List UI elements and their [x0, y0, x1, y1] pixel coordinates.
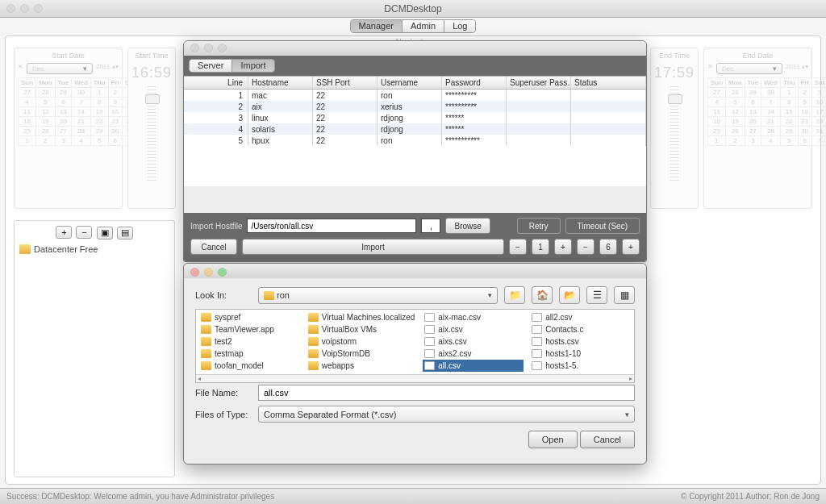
close-icon[interactable]: ✕ [707, 63, 713, 74]
file-item[interactable]: all.csv [423, 360, 524, 372]
col-superpass[interactable]: Superuser Pass… [507, 77, 571, 89]
table-row[interactable]: 1mac22ron********** [184, 90, 646, 101]
titlebar: DCMDesktop [0, 0, 826, 18]
traffic-lights[interactable] [190, 44, 227, 52]
table-row[interactable]: 4solaris22rdjong****** [184, 123, 646, 135]
table-row[interactable]: 2aix22xerius********** [184, 101, 646, 112]
tab-import[interactable]: Import [232, 60, 273, 72]
year-spinner[interactable]: 2011 ▴▾ [786, 63, 808, 74]
open-button[interactable]: Open [528, 431, 578, 448]
file-item[interactable]: aix-mac.csv [423, 311, 524, 323]
tree-add-button[interactable]: + [56, 226, 72, 239]
col-hostname[interactable]: Hostname [248, 77, 313, 89]
retry-minus[interactable]: − [509, 239, 527, 255]
col-username[interactable]: Username [378, 77, 442, 89]
import-button[interactable]: Import [242, 239, 504, 255]
month-combo[interactable]: Dec. [716, 63, 782, 74]
file-item[interactable]: hosts1-5. [530, 360, 631, 372]
close-icon[interactable]: ✕ [18, 63, 23, 74]
retry-button[interactable]: Retry [517, 218, 561, 234]
tree-root-label: Datacenter Free [34, 244, 98, 254]
file-item[interactable]: aixs2.csv [423, 348, 524, 360]
file-list[interactable]: sysprefTeamViewer.apptest2testmaptoofan_… [195, 309, 635, 383]
traffic-lights [6, 4, 43, 13]
tree-root[interactable]: Datacenter Free [19, 244, 169, 254]
filetype-label: Files of Type: [195, 410, 252, 419]
tree-remove-button[interactable]: − [76, 226, 92, 239]
tab-admin[interactable]: Admin [403, 20, 444, 32]
file-item[interactable]: all2.csv [530, 311, 631, 323]
filename-input[interactable] [258, 385, 635, 401]
file-item[interactable]: test2 [199, 335, 300, 348]
file-item[interactable]: TeamViewer.app [199, 323, 300, 335]
timeout-minus[interactable]: − [577, 239, 594, 255]
file-icon [532, 325, 542, 334]
folder-icon [308, 349, 319, 358]
new-folder-icon[interactable]: 📂 [559, 286, 580, 304]
tab-server[interactable]: Server [190, 60, 232, 72]
col-line[interactable]: Line [184, 77, 248, 89]
folder-icon [308, 361, 319, 370]
file-item[interactable]: Virtual Machines.localized [307, 311, 416, 323]
file-item[interactable]: voipstorm [307, 335, 416, 348]
month-combo[interactable]: Dec. [27, 63, 93, 74]
file-item[interactable]: aix.csv [423, 323, 524, 335]
table-row[interactable]: 3linux22rdjong****** [184, 112, 646, 123]
tab-manager[interactable]: Manager [351, 20, 403, 32]
file-item[interactable]: hosts.csv [530, 335, 631, 348]
cancel-button[interactable]: Cancel [190, 239, 237, 255]
status-message: Success: DCMDesktop: Welcome admin, you … [6, 489, 274, 504]
folder-icon [201, 349, 211, 358]
folder-icon [201, 313, 211, 322]
home-icon[interactable]: 🏠 [532, 286, 553, 304]
file-item[interactable]: toofan_model [199, 360, 300, 372]
folder-icon [308, 337, 319, 346]
end-time-slider[interactable] [670, 86, 678, 183]
file-icon [424, 337, 435, 346]
year-spinner[interactable]: 2011 ▴▾ [96, 63, 119, 74]
table-row[interactable]: 5hpux22ron*********** [184, 135, 646, 146]
filetype-combo[interactable]: Comma Separated Format (*.csv) [258, 406, 635, 423]
timeout-plus[interactable]: + [622, 239, 640, 255]
col-status[interactable]: Status [571, 77, 646, 89]
col-password[interactable]: Password [442, 77, 507, 89]
tab-bar: Manager Admin Log [0, 18, 826, 34]
detail-view-icon[interactable]: ▦ [614, 286, 635, 304]
file-item[interactable]: VoipStormDB [307, 348, 416, 360]
folder-icon [308, 325, 319, 334]
file-item[interactable]: webapps [307, 360, 416, 372]
cancel-button[interactable]: Cancel [580, 431, 635, 448]
file-item[interactable]: Contacts.c [530, 323, 631, 335]
lookin-combo[interactable]: ron [258, 287, 498, 304]
file-item[interactable]: VirtualBox VMs [307, 323, 416, 335]
traffic-lights[interactable] [190, 268, 227, 277]
tab-log[interactable]: Log [444, 20, 475, 32]
list-view-icon[interactable]: ☰ [586, 286, 607, 304]
file-icon [424, 313, 435, 322]
retry-plus[interactable]: + [554, 239, 572, 255]
status-bar: Success: DCMDesktop: Welcome admin, you … [0, 488, 826, 504]
col-sshport[interactable]: SSH Port [313, 77, 378, 89]
file-item[interactable]: aixs.csv [423, 335, 524, 348]
lookin-label: Look In: [195, 290, 252, 300]
table-header: Line Hostname SSH Port Username Password… [184, 76, 646, 90]
file-item[interactable]: syspref [199, 311, 300, 323]
tree-btn-2[interactable]: ▤ [117, 227, 133, 240]
browse-button[interactable]: Browse [445, 218, 490, 234]
import-toolbar: Import Hostfile Browse Retry Timeout (Se… [184, 213, 646, 261]
folder-icon [19, 244, 31, 254]
hostfile-path-input[interactable] [247, 219, 416, 233]
start-date-label: Start Date [18, 52, 119, 60]
start-time-slider[interactable] [148, 86, 156, 183]
file-item[interactable]: hosts1-10 [530, 348, 631, 360]
file-item[interactable]: testmap [199, 348, 300, 360]
start-time-value: 16:59 [131, 65, 172, 81]
end-date-label: End Date [707, 52, 808, 60]
separator-input[interactable] [421, 219, 440, 233]
retry-value: 1 [532, 239, 549, 255]
up-folder-icon[interactable]: 📁 [504, 286, 525, 304]
horizontal-scrollbar[interactable] [196, 374, 634, 382]
tree-btn-1[interactable]: ▣ [97, 227, 113, 240]
folder-icon [308, 313, 319, 322]
folder-icon [201, 361, 211, 370]
